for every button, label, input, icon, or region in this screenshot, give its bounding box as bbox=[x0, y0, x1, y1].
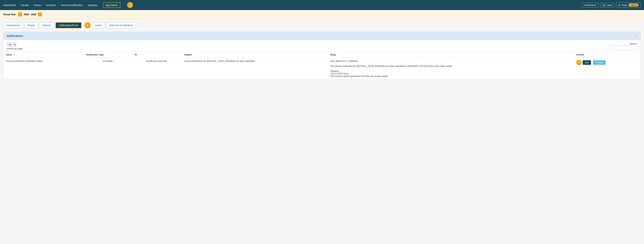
cell-body: Dear @FACULTY_NAME@: The annual certific… bbox=[328, 58, 574, 80]
sort-to-icon[interactable]: ↕ bbox=[138, 54, 139, 56]
col-actions: Actions bbox=[574, 52, 640, 58]
body-line6: UCLA OATS Team bbox=[330, 72, 571, 75]
cell-subject: Annual Certification for @FISCAL_YEAR_RA… bbox=[182, 58, 328, 80]
entries-label: entries per page bbox=[7, 47, 23, 50]
cell-notification-type: immediate bbox=[84, 58, 132, 80]
notifications-table: Name ▲ Notification Type ↕ To ↕ Subject … bbox=[4, 52, 640, 80]
cell-name: Annual Certification submitted receipt bbox=[4, 58, 84, 80]
monitor-icon: 🖥 bbox=[618, 4, 620, 6]
fiscal-year-value: 2024 - 2025 bbox=[24, 13, 36, 16]
search-input[interactable] bbox=[610, 46, 637, 50]
status-label: Status bbox=[621, 4, 628, 6]
body-line5: Regards, bbox=[330, 70, 571, 72]
col-name: Name ▲ bbox=[4, 52, 84, 58]
col-body: Body ↕ bbox=[328, 52, 574, 58]
notifications-section-title: Notifications bbox=[7, 34, 23, 37]
preview-button[interactable]: Preview bbox=[593, 60, 606, 65]
notifications-header: Notifications ⌃ bbox=[4, 32, 640, 40]
col-subject: Subject ↕ bbox=[182, 52, 328, 58]
table-header: Name ▲ Notification Type ↕ To ↕ Subject … bbox=[4, 52, 640, 58]
status-legend-group[interactable]: 🖥 Status Legend bbox=[616, 2, 641, 7]
table-row: Annual Certification submitted receipt i… bbox=[4, 58, 640, 80]
top-nav: Dashboard Faculty Forms Activities Annua… bbox=[0, 0, 644, 10]
search-label: Search: bbox=[630, 42, 637, 45]
body-line3: The annual certification for @FISCAL_YEA… bbox=[330, 65, 571, 67]
cell-actions: 3 Edit Preview bbox=[574, 58, 640, 80]
tab-reports[interactable]: Reports bbox=[40, 22, 54, 28]
nav-dashboard[interactable]: Dashboard bbox=[3, 3, 16, 7]
nav-links: Dashboard Faculty Forms Activities Annua… bbox=[3, 2, 582, 8]
nav-annual-certification[interactable]: Annual Certification bbox=[61, 3, 83, 7]
entries-per-page-group: 10 25 50 100 entries per page bbox=[7, 42, 23, 50]
fiscal-year-label: Fiscal Year: bbox=[3, 13, 16, 16]
actions-cell: 3 Edit Preview bbox=[576, 60, 638, 65]
sort-name-icon[interactable]: ▲ bbox=[14, 54, 15, 56]
fiscal-next-button[interactable]: > bbox=[38, 12, 42, 16]
collapse-icon[interactable]: ⌃ bbox=[634, 34, 637, 38]
fiscal-prev-button[interactable]: < bbox=[18, 12, 22, 16]
cell-to: faculty (non-optional) bbox=[132, 58, 181, 80]
legend-pill: Legend bbox=[628, 3, 638, 6]
sys-stats-button[interactable]: Sys. Stats bbox=[600, 3, 614, 7]
nav-faculty[interactable]: Faculty bbox=[20, 3, 29, 7]
edit-button[interactable]: Edit bbox=[583, 60, 591, 65]
nav-forms[interactable]: Forms bbox=[34, 3, 41, 7]
main-content: Departments People Reports Notifications… bbox=[0, 19, 644, 83]
notifications-section: Notifications ⌃ 10 25 50 100 entries per… bbox=[3, 32, 641, 80]
tab-departments[interactable]: Departments bbox=[3, 22, 23, 28]
sort-body-icon[interactable]: ↕ bbox=[337, 54, 338, 56]
table-header-row: Name ▲ Notification Type ↕ To ↕ Subject … bbox=[4, 52, 640, 58]
col-notification-type: Notification Type ↕ bbox=[84, 52, 132, 58]
step-2-circle: 2 bbox=[84, 22, 90, 28]
search-area: Search: bbox=[610, 42, 637, 50]
sub-tabs: Departments People Reports Notifications… bbox=[3, 22, 641, 28]
tab-help-text[interactable]: Help Text & Definitions bbox=[106, 22, 136, 28]
table-body: Annual Certification submitted receipt i… bbox=[4, 58, 640, 80]
entries-per-page-select[interactable]: 10 25 50 100 bbox=[7, 42, 16, 47]
nav-app-admin[interactable]: App Admin bbox=[103, 2, 120, 8]
step-3-circle: 3 bbox=[576, 60, 582, 65]
fiscal-year-bar: Fiscal Year: < 2024 - 2025 > bbox=[0, 10, 644, 19]
tab-notifications-email[interactable]: Notifications/Email bbox=[56, 22, 82, 28]
step-1-circle: 1 bbox=[127, 2, 133, 8]
nav-right: Notifications Sys. Stats 🖥 Status Legend bbox=[582, 2, 641, 7]
col-to: To ↕ bbox=[132, 52, 181, 58]
sort-type-icon[interactable]: ↕ bbox=[105, 54, 106, 56]
notifications-button[interactable]: Notifications bbox=[582, 3, 598, 7]
nav-activities[interactable]: Activities bbox=[46, 3, 56, 7]
tab-import[interactable]: Import bbox=[92, 22, 105, 28]
table-controls: 10 25 50 100 entries per page Search: bbox=[4, 40, 640, 52]
sort-subject-icon[interactable]: ↕ bbox=[193, 54, 194, 56]
entries-select-row: 10 25 50 100 bbox=[7, 42, 23, 47]
tab-people[interactable]: People bbox=[24, 22, 38, 28]
body-line7: This email is system generated and does … bbox=[330, 75, 571, 77]
nav-analytics[interactable]: Analytics bbox=[88, 3, 98, 7]
body-line1: Dear @FACULTY_NAME@: bbox=[330, 60, 571, 62]
